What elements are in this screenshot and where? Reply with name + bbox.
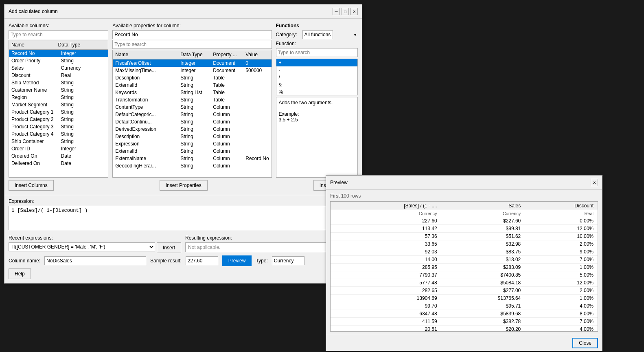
table-row[interactable]: Ship Method String	[9, 79, 108, 86]
prop-row[interactable]: ExternalId String Column	[113, 147, 271, 155]
columns-name-header[interactable]: Name	[9, 41, 56, 48]
minimize-button[interactable]: ─	[333, 8, 340, 15]
prop-row[interactable]: Description String Table	[113, 74, 271, 81]
prop-row[interactable]: ExternalName String Column Record No	[113, 155, 271, 162]
prop-name-header: Name	[113, 51, 178, 58]
prop-row[interactable]: ContentType String Column	[113, 103, 271, 111]
function-list[interactable]: + - / & % != Aaronch	[276, 59, 358, 95]
preview-close-button[interactable]: Close	[572, 338, 598, 348]
bottom-buttons-row: Help OK	[4, 268, 362, 283]
prop-row[interactable]: MaxMissingTime... Integer Document 50000…	[113, 67, 271, 74]
type-label: Type:	[256, 258, 267, 264]
table-row[interactable]: Order ID Integer	[9, 145, 108, 152]
main-dialog: Add calculated column ─ □ ✕ Available co…	[4, 4, 362, 284]
columns-table: Name Data Type Record No Integer Order P…	[9, 40, 108, 178]
properties-search-input[interactable]	[112, 40, 272, 49]
type-input	[272, 256, 304, 265]
preview-table-row: 113.42$99.8112.00%	[331, 225, 598, 233]
prop-row[interactable]: DefaultContinu... String Column	[113, 118, 271, 125]
close-button[interactable]: ✕	[350, 8, 358, 15]
colname-row: Column name: Sample result: Preview Type…	[4, 255, 362, 268]
scroll-spacer	[102, 41, 108, 48]
help-button[interactable]: Help	[9, 268, 31, 279]
function-search-input[interactable]	[276, 48, 358, 57]
function-item[interactable]: %	[276, 88, 357, 95]
insert-columns-button[interactable]: Insert Columns	[9, 180, 54, 191]
preview-close-icon-button[interactable]: ✕	[591, 179, 598, 186]
columns-table-header: Name Data Type	[9, 40, 108, 50]
table-row[interactable]: Product Category 3 String	[9, 123, 108, 130]
properties-panel: Available properties for column: Name Da…	[112, 23, 272, 178]
properties-table-scroll[interactable]: FiscalYearOffset Integer Document 0 MaxM…	[113, 59, 271, 177]
columns-table-scroll[interactable]: Record No Integer Order Priority String …	[9, 50, 108, 177]
prop-row[interactable]: Expression String Column	[113, 140, 271, 147]
table-row[interactable]: Order Priority String	[9, 57, 108, 64]
table-row[interactable]: Ship Container String	[9, 138, 108, 145]
functions-section-label: Functions	[276, 23, 358, 29]
prop-row[interactable]: ExternalId String Table	[113, 81, 271, 89]
preview-table: [Sales] / (1 - .... Sales Discount Curre…	[331, 202, 598, 332]
function-item[interactable]: +	[276, 59, 357, 66]
expression-editor[interactable]: 1 [Sales]/( 1-[Discount] )	[9, 206, 358, 230]
table-row[interactable]: Customer Name String	[9, 86, 108, 94]
prop-row[interactable]: DefaultCategoric... String Column	[113, 111, 271, 118]
prop-value-header: Value	[243, 51, 265, 58]
colname-label: Column name:	[9, 258, 40, 264]
table-row[interactable]: Discount Real	[9, 72, 108, 79]
recent-label: Recent expressions:	[9, 235, 181, 241]
function-example-label: Example:	[279, 111, 299, 117]
table-row[interactable]: Product Category 2 String	[9, 116, 108, 123]
function-item[interactable]: -	[276, 66, 357, 74]
preview-table-row: 411.59$382.787.00%	[331, 318, 598, 326]
properties-table: Name Data Type Property ... Value Fiscal…	[112, 50, 272, 178]
category-label: Category:	[276, 32, 302, 37]
preview-subheader-2: Currency	[441, 210, 525, 217]
prop-row[interactable]: GeocodingHierar... String Column	[113, 162, 271, 169]
preview-table-wrapper[interactable]: [Sales] / (1 - .... Sales Discount Curre…	[330, 201, 598, 332]
column-name-input[interactable]	[44, 256, 146, 265]
insert-recent-button[interactable]: Insert	[157, 242, 181, 253]
prop-row[interactable]: Transformation String Table	[113, 96, 271, 103]
columns-search-input[interactable]	[9, 30, 108, 39]
category-select[interactable]: All functions Math String Date Logical	[302, 30, 333, 39]
function-label: Function:	[276, 41, 296, 46]
maximize-button[interactable]: □	[342, 8, 349, 15]
functions-panel: Functions Category: All functions Math S…	[276, 23, 358, 178]
preview-footer: Close	[326, 335, 602, 351]
recent-row: If([CUSTOMER GENDER] = 'Male', 'M', 'F')…	[9, 242, 181, 253]
prop-row[interactable]: FiscalYearOffset Integer Document 0	[113, 59, 271, 67]
columns-area: Available columns: Name Data Type Record…	[9, 23, 358, 178]
table-row[interactable]: Product Category 1 String	[9, 108, 108, 116]
table-row[interactable]: Delivered On Date	[9, 160, 108, 167]
main-buttons-row: Insert Columns Insert Properties Insert …	[9, 180, 358, 191]
function-label-row: Function:	[276, 41, 358, 46]
expression-area: Expression: 1 [Sales]/( 1-[Discount] )	[4, 195, 362, 233]
preview-table-row: 282.65$277.002.00%	[331, 287, 598, 295]
table-row[interactable]: Sales Currency	[9, 64, 108, 72]
recent-expressions-select[interactable]: If([CUSTOMER GENDER] = 'Male', 'M', 'F')	[9, 242, 155, 251]
preview-col-header-3: Discount	[525, 202, 598, 210]
main-dialog-titlebar: Add calculated column ─ □ ✕	[4, 4, 362, 19]
table-row[interactable]: Market Segment String	[9, 101, 108, 108]
function-item[interactable]: &	[276, 81, 357, 88]
table-row[interactable]: Region String	[9, 94, 108, 101]
properties-table-header: Name Data Type Property ... Value	[113, 50, 271, 59]
prop-datatype-header: Data Type	[178, 51, 210, 58]
prop-property-header: Property ...	[210, 51, 243, 58]
insert-properties-button[interactable]: Insert Properties	[160, 180, 208, 191]
table-row[interactable]: Ordered On Date	[9, 152, 108, 160]
table-row[interactable]: Product Category 4 String	[9, 130, 108, 138]
category-row: Category: All functions Math String Date…	[276, 30, 358, 39]
preview-table-row: 5777.48$5084.1812.00%	[331, 279, 598, 287]
preview-title: Preview	[330, 180, 348, 185]
function-item[interactable]: /	[276, 74, 357, 81]
table-row[interactable]: Record No Integer	[9, 50, 108, 57]
preview-button[interactable]: Preview	[222, 255, 252, 266]
properties-column-display	[112, 30, 272, 39]
recent-expressions-area: Recent expressions: If([CUSTOMER GENDER]…	[9, 235, 181, 253]
prop-row[interactable]: DerivedExpression String Column	[113, 125, 271, 133]
prop-row[interactable]: Description String Column	[113, 133, 271, 140]
preview-table-row: 57.36$51.6210.00%	[331, 233, 598, 240]
prop-row[interactable]: Keywords String List Table	[113, 89, 271, 96]
category-select-wrapper: All functions Math String Date Logical	[302, 30, 358, 39]
